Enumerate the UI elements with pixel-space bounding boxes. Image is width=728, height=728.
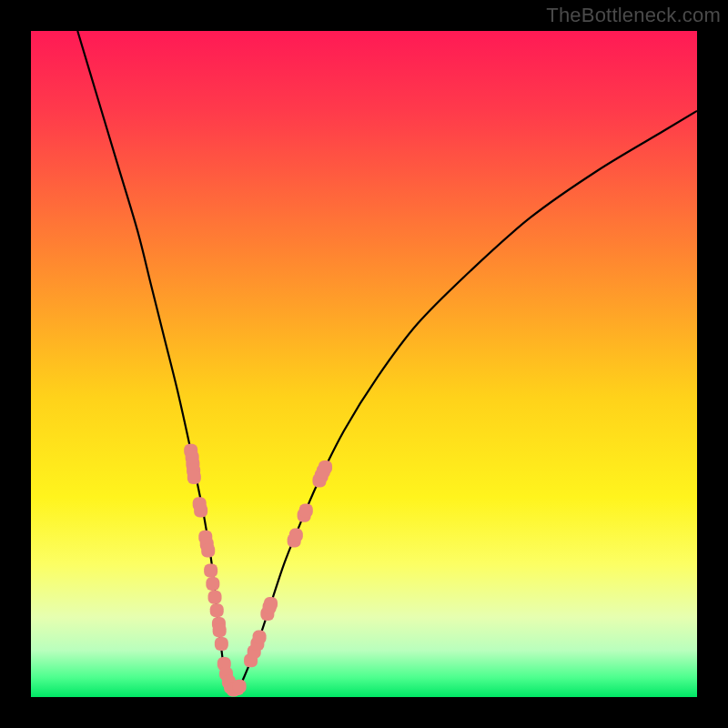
highlight-marker [194,504,207,518]
highlight-marker [318,460,332,474]
highlight-marker [206,577,219,591]
highlight-marker [204,563,217,577]
highlight-marker [264,597,278,611]
highlight-marker [187,470,201,484]
highlight-marker [213,623,227,637]
highlight-marker [208,591,222,604]
plot-area [31,31,697,697]
gradient-background [31,31,697,697]
highlight-marker [289,529,303,542]
watermark-text: TheBottleneck.com [546,4,721,27]
highlight-marker [299,504,313,518]
highlight-marker [201,543,215,557]
highlight-marker [253,631,267,644]
chart-frame: TheBottleneck.com [0,0,728,728]
highlight-marker [233,680,247,693]
bottleneck-chart [31,31,697,697]
highlight-marker [215,637,228,651]
highlight-marker [210,603,224,617]
